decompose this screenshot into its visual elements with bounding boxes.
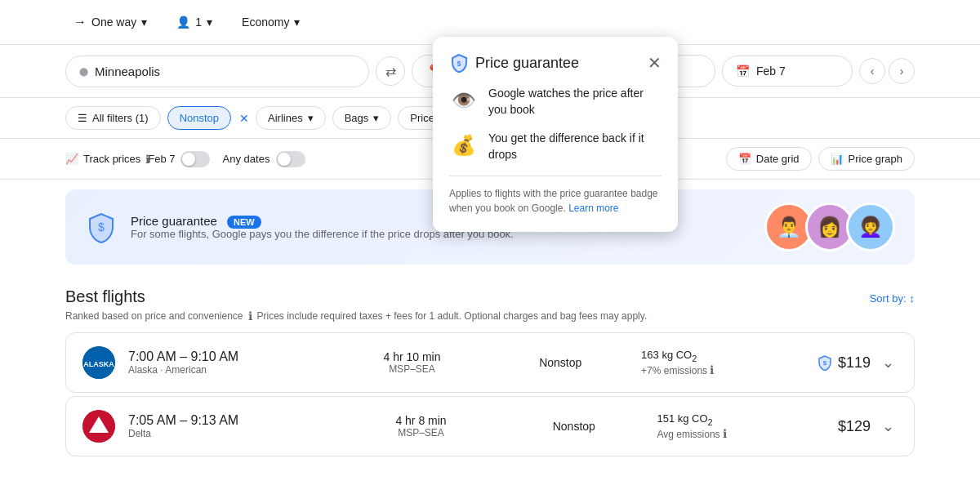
origin-input[interactable]: ⬤ Minneapolis	[65, 56, 369, 87]
price-graph-button[interactable]: 📊 Price graph	[818, 147, 915, 171]
sort-icon: ↕	[910, 292, 915, 305]
popup-title-area: $ Price guarantee	[449, 53, 579, 73]
expand-flight-1-button[interactable]: ⌄	[879, 350, 898, 375]
emissions-main-1: 163 kg CO2	[641, 349, 804, 363]
emissions-info-icon-1[interactable]: ℹ	[710, 363, 714, 376]
bags-chevron: ▾	[373, 112, 379, 124]
bags-label: Bags	[345, 112, 369, 124]
date-grid-button[interactable]: 📅 Date grid	[726, 147, 812, 171]
view-buttons: 📅 Date grid 📊 Price graph	[726, 147, 915, 171]
any-dates-toggle-knob	[278, 153, 291, 166]
airlines-label: Airlines	[268, 112, 303, 124]
date-label: Feb 7	[756, 65, 786, 78]
flight-emissions-1: 163 kg CO2 +7% emissions ℹ	[641, 349, 804, 376]
flight-time-range-2: 7:05 AM – 9:13 AM	[128, 413, 338, 428]
popup-watch-icon: 👁️	[449, 86, 479, 115]
track-prices-label: Track prices	[83, 153, 140, 165]
passengers-button[interactable]: 👤 1 ▾	[168, 11, 220, 33]
flight-price-area-1: $ $119 ⌄	[817, 350, 898, 375]
popup-shield-icon: $	[449, 53, 469, 73]
emissions-info-icon-2[interactable]: ℹ	[723, 427, 727, 440]
flight-row[interactable]: 7:05 AM – 9:13 AM Delta 4 hr 8 min MSP–S…	[65, 396, 915, 456]
svg-text:$: $	[823, 359, 827, 367]
popup-footer: Applies to flights with the price guaran…	[449, 176, 662, 216]
popup-item-1: 👁️ Google watches the price after you bo…	[449, 86, 662, 118]
flight-airlines-1: Alaska · American	[128, 364, 332, 376]
learn-more-link[interactable]: Learn more	[568, 203, 618, 214]
nonstop-close-button[interactable]: ✕	[239, 112, 249, 125]
price-graph-icon: 📊	[831, 153, 844, 165]
price-guarantee-popup: $ Price guarantee ✕ 👁️ Google watches th…	[433, 37, 678, 232]
flight-duration-main-1: 4 hr 10 min	[345, 350, 480, 363]
sort-by-button[interactable]: Sort by: ↕	[870, 292, 915, 305]
popup-item-2-text: You get the difference back if it drops	[488, 131, 662, 162]
best-flights-subtitle: Ranked based on price and convenience ℹ …	[65, 309, 915, 323]
popup-header: $ Price guarantee ✕	[449, 53, 662, 73]
shield-icon: $	[85, 211, 118, 243]
svg-text:ALASKA: ALASKA	[83, 360, 114, 368]
bags-filter-button[interactable]: Bags ▾	[332, 106, 392, 130]
cabin-label: Economy	[242, 16, 289, 29]
calendar-icon: 📅	[736, 65, 750, 78]
popup-item-2: 💰 You get the difference back if it drop…	[449, 131, 662, 162]
flight-price-2: $129	[838, 418, 871, 435]
date-grid-label: Date grid	[756, 153, 800, 165]
track-prices-toggle-knob	[182, 153, 195, 166]
banner-illustration: 👨‍💼 👩 👩‍🦱	[773, 203, 895, 252]
arrow-right-icon: →	[74, 15, 87, 29]
track-prices-area: 📈 Track prices ℹ Feb 7	[65, 151, 210, 167]
best-flights-title: Best flights	[65, 287, 145, 306]
passengers-count: 1	[195, 16, 202, 29]
person-icon: 👤	[176, 16, 190, 29]
section-header: Best flights Sort by: ↕	[65, 287, 915, 309]
trip-type-button[interactable]: → One way ▾	[65, 10, 155, 34]
passengers-chevron: ▾	[207, 16, 212, 29]
nonstop-label: Nonstop	[180, 112, 219, 124]
flight-row[interactable]: ALASKA 7:00 AM – 9:10 AM Alaska · Americ…	[65, 332, 915, 393]
expand-flight-2-button[interactable]: ⌄	[879, 414, 898, 438]
all-filters-label: All filters (1)	[92, 112, 149, 124]
flight-route-1: MSP–SEA	[345, 363, 480, 375]
track-date: Feb 7	[148, 153, 175, 165]
popup-footer-text: Applies to flights with the price guaran…	[449, 188, 658, 214]
flight-stops-1: Nonstop	[492, 356, 628, 369]
flight-times-1: 7:00 AM – 9:10 AM Alaska · American	[128, 349, 332, 376]
sliders-icon: ☰	[78, 112, 87, 124]
flight-duration-2: 4 hr 8 min MSP–SEA	[351, 414, 491, 438]
svg-text:$: $	[457, 60, 461, 68]
price-graph-label: Price graph	[849, 153, 902, 165]
prev-date-button[interactable]: ‹	[859, 58, 885, 84]
price-badge-area-1: $ $119	[817, 354, 871, 372]
swap-button[interactable]: ⇄	[376, 56, 405, 86]
flight-price-area-2: $129 ⌄	[838, 414, 898, 438]
popup-close-button[interactable]: ✕	[648, 53, 662, 73]
origin-dot-icon: ⬤	[79, 67, 88, 76]
cabin-button[interactable]: Economy ▾	[234, 11, 308, 33]
flight-duration-main-2: 4 hr 8 min	[351, 414, 491, 427]
price-guarantee-badge-icon: $	[817, 354, 833, 371]
flight-route-2: MSP–SEA	[351, 427, 491, 438]
all-filters-button[interactable]: ☰ All filters (1)	[65, 106, 161, 130]
flight-price-1: $119	[838, 354, 871, 372]
subtitle-info-icon[interactable]: ℹ	[248, 309, 252, 323]
track-prices-toggle[interactable]	[180, 151, 210, 167]
date-input[interactable]: 📅 Feb 7	[722, 56, 853, 87]
flight-emissions-2: 151 kg CO2 Avg emissions ℹ	[657, 412, 825, 440]
date-grid-icon: 📅	[738, 153, 751, 165]
any-dates-area: Any dates	[223, 151, 306, 167]
trip-type-label: One way	[91, 16, 136, 29]
flight-stops-2: Nonstop	[504, 420, 644, 433]
next-date-button[interactable]: ›	[889, 58, 915, 84]
flight-time-range-1: 7:00 AM – 9:10 AM	[128, 349, 332, 364]
emissions-sub-1: +7% emissions ℹ	[641, 363, 804, 376]
flight-duration-1: 4 hr 10 min MSP–SEA	[345, 350, 480, 375]
popup-item-1-text: Google watches the price after you book	[488, 86, 662, 118]
airlines-filter-button[interactable]: Airlines ▾	[256, 106, 326, 130]
price-label: Price	[410, 112, 434, 124]
person-3-avatar: 👩‍🦱	[846, 203, 895, 252]
new-badge: NEW	[227, 216, 261, 229]
cabin-chevron: ▾	[294, 16, 300, 29]
origin-label: Minneapolis	[95, 65, 160, 78]
any-dates-toggle[interactable]	[276, 151, 305, 167]
nonstop-filter-button[interactable]: Nonstop	[167, 106, 231, 130]
